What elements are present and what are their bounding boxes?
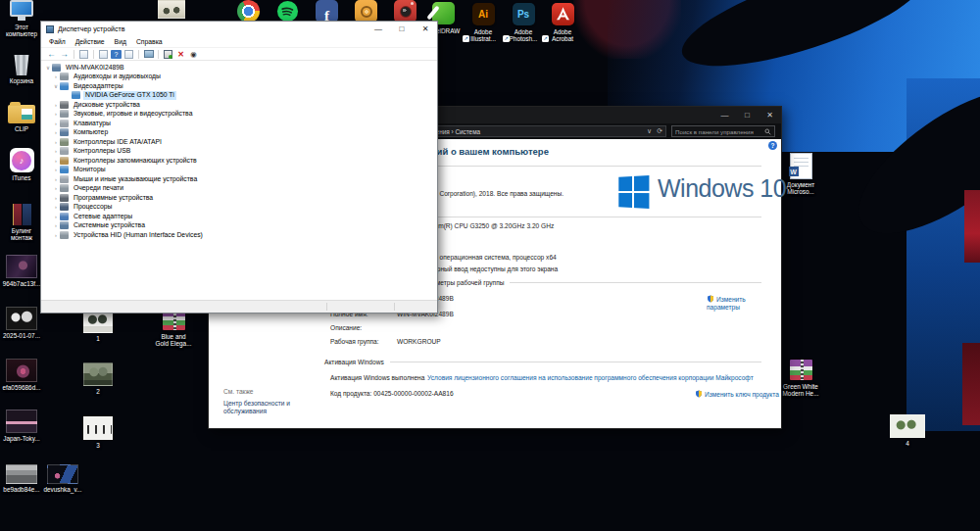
- device-manager-titlebar[interactable]: Диспетчер устройств — □ ✕: [41, 22, 437, 36]
- desktop-icon-devushka[interactable]: devushka_v...: [41, 464, 84, 493]
- expander-closed-icon[interactable]: ›: [52, 148, 60, 154]
- desktop-icon-japan-tokyo[interactable]: Japan-Toky...: [0, 410, 43, 442]
- expander-closed-icon[interactable]: ›: [52, 111, 60, 117]
- desktop-icon-itunes[interactable]: ♪ iTunes: [0, 148, 43, 181]
- tree-node[interactable]: ›Очереди печати: [41, 184, 437, 194]
- console-tree-icon[interactable]: [78, 49, 89, 60]
- tree-node[interactable]: ›Системные устройства: [41, 221, 437, 231]
- photo-thumbnail: [83, 416, 113, 440]
- help-icon[interactable]: ?: [111, 50, 122, 59]
- desktop-icon-rar-blue-gold[interactable]: Blue and Gold Elega...: [149, 309, 198, 348]
- expander-closed-icon[interactable]: ›: [52, 158, 60, 164]
- workgroup-value: WORKGROUP: [397, 338, 441, 345]
- expander-closed-icon[interactable]: ›: [52, 139, 60, 145]
- expander-open-icon[interactable]: ∨: [44, 65, 52, 71]
- tree-node[interactable]: ›Устройства HID (Human Interface Devices…: [41, 230, 437, 240]
- tree-node[interactable]: ›Клавиатуры: [41, 119, 437, 128]
- scan-hardware-icon[interactable]: ◉: [188, 49, 199, 60]
- facebook-icon[interactable]: f: [316, 0, 338, 23]
- chevron-down-icon[interactable]: ∨: [647, 127, 652, 135]
- expander-closed-icon[interactable]: ›: [52, 195, 60, 201]
- expander-closed-icon[interactable]: ›: [52, 185, 60, 191]
- expander-open-icon[interactable]: ∨: [52, 83, 60, 89]
- desktop-icon-illustrator[interactable]: Ai↗ Adobe Illustrat...: [462, 3, 505, 43]
- icon-label: 2025-01-07...: [3, 332, 40, 339]
- back-icon[interactable]: ←: [46, 49, 57, 60]
- expander-closed-icon[interactable]: ›: [52, 232, 60, 238]
- icon-label: Adobe Illustrat...: [470, 28, 496, 43]
- minimize-button[interactable]: —: [713, 107, 736, 123]
- search-icon[interactable]: [764, 128, 771, 135]
- properties-icon[interactable]: [123, 49, 134, 60]
- expander-closed-icon[interactable]: ›: [52, 129, 60, 135]
- chrome-icon[interactable]: [237, 0, 260, 23]
- expander-closed-icon[interactable]: ›: [52, 73, 60, 79]
- desktop-icon-acrobat[interactable]: ↗ Adobe Acrobat: [541, 3, 584, 43]
- tree-node[interactable]: ›Компьютер: [41, 128, 437, 138]
- menu-help[interactable]: Справка: [131, 38, 168, 45]
- desktop-icon-3[interactable]: 3: [76, 416, 120, 449]
- desktop-icon-964b7ac13f[interactable]: 964b7ac13f...: [0, 255, 43, 287]
- menu-file[interactable]: Файл: [44, 38, 71, 45]
- desktop-icon-clip[interactable]: CLIP: [0, 101, 43, 132]
- desktop-icon-1[interactable]: 1: [76, 310, 120, 342]
- expander-closed-icon[interactable]: ›: [52, 167, 60, 172]
- update-driver-icon[interactable]: [163, 49, 173, 60]
- spotify-icon[interactable]: [276, 0, 299, 23]
- tree-node[interactable]: ›Контроллеры USB: [41, 147, 437, 157]
- wallpaper-red-sliver: [964, 190, 980, 263]
- expander-closed-icon[interactable]: ›: [52, 222, 60, 228]
- tree-node[interactable]: ›Контроллеры IDE ATA/ATAPI: [41, 137, 437, 147]
- tree-node[interactable]: ›Аудиовходы и аудиовыходы: [41, 72, 437, 82]
- expander-closed-icon[interactable]: ›: [52, 176, 60, 182]
- desktop-icon-photoshop[interactable]: Ps↗ Adobe Photosh...: [502, 3, 545, 43]
- desktop-icon-4[interactable]: 4: [884, 414, 931, 447]
- tree-node[interactable]: ›Звуковые, игровые и видеоустройства: [41, 110, 437, 120]
- security-center-link[interactable]: Центр безопасности и обслуживания: [223, 400, 298, 415]
- desktop-icon-be9adb84e[interactable]: be9adb84e...: [0, 464, 43, 493]
- refresh-icon[interactable]: ⟳: [657, 127, 662, 135]
- help-icon[interactable]: ?: [768, 141, 777, 150]
- license-terms-link[interactable]: Условия лицензионного соглашения на испо…: [427, 374, 754, 381]
- maximize-button[interactable]: □: [390, 22, 414, 36]
- menu-action[interactable]: Действие: [71, 38, 110, 45]
- desktop-icon-photo-top[interactable]: [155, 0, 188, 19]
- menu-view[interactable]: Вид: [110, 38, 131, 45]
- forward-icon[interactable]: →: [59, 49, 70, 60]
- close-button[interactable]: ✕: [414, 22, 437, 36]
- desktop-icon-2025-01-07[interactable]: 2025-01-07...: [0, 307, 43, 339]
- tree-node[interactable]: ›Мониторы: [41, 166, 437, 175]
- search-input[interactable]: Поиск в панели управления: [671, 125, 775, 137]
- gallery-app-icon[interactable]: [355, 0, 377, 23]
- monitors-icon: [60, 166, 69, 173]
- uninstall-device-icon[interactable]: ✕: [175, 49, 186, 60]
- expander-closed-icon[interactable]: ›: [52, 214, 60, 219]
- tree-node[interactable]: ›Дисковые устройства: [41, 100, 437, 110]
- tree-node[interactable]: ›Процессоры: [41, 203, 437, 213]
- tree-node-selected[interactable]: NVIDIA GeForce GTX 1050 Ti: [41, 91, 437, 101]
- minimize-button[interactable]: —: [367, 22, 390, 36]
- maximize-button[interactable]: □: [736, 107, 759, 123]
- change-product-key-link[interactable]: Изменить ключ продукта: [695, 390, 779, 398]
- tree-node[interactable]: ∨Видеоадаптеры: [41, 81, 437, 91]
- camera-app-icon[interactable]: [394, 0, 416, 23]
- change-settings-link[interactable]: Изменить параметры: [707, 295, 767, 312]
- expander-closed-icon[interactable]: ›: [52, 102, 60, 108]
- export-icon[interactable]: [98, 49, 109, 60]
- desktop-icon-2[interactable]: 2: [76, 362, 120, 395]
- tree-label: Звуковые, игровые и видеоустройства: [72, 110, 194, 119]
- close-button[interactable]: ✕: [759, 107, 781, 123]
- desktop-icon-this-pc[interactable]: Этот компьютер: [0, 0, 43, 38]
- computer-icon[interactable]: [143, 49, 154, 60]
- tree-node[interactable]: ›Контроллеры запоминающих устройств: [41, 156, 437, 166]
- expander-closed-icon[interactable]: ›: [52, 121, 60, 126]
- tree-node-root[interactable]: ∨WIN-MVAK0I2489B: [41, 63, 437, 72]
- desktop-icon-efa059686d[interactable]: efa059686d...: [0, 359, 43, 391]
- tree-node[interactable]: ›Сетевые адаптеры: [41, 212, 437, 221]
- tree-node[interactable]: ›Мыши и иные указывающие устройства: [41, 174, 437, 184]
- expander-closed-icon[interactable]: ›: [52, 204, 60, 210]
- tree-node[interactable]: ›Программные устройства: [41, 193, 437, 203]
- desktop-icon-recycle-bin[interactable]: Корзина: [0, 53, 43, 84]
- desktop-icon-buling-montazh[interactable]: Булинг монтаж: [0, 202, 43, 242]
- desktop-icon-rar-green-white[interactable]: Green White Modern He...: [775, 359, 826, 398]
